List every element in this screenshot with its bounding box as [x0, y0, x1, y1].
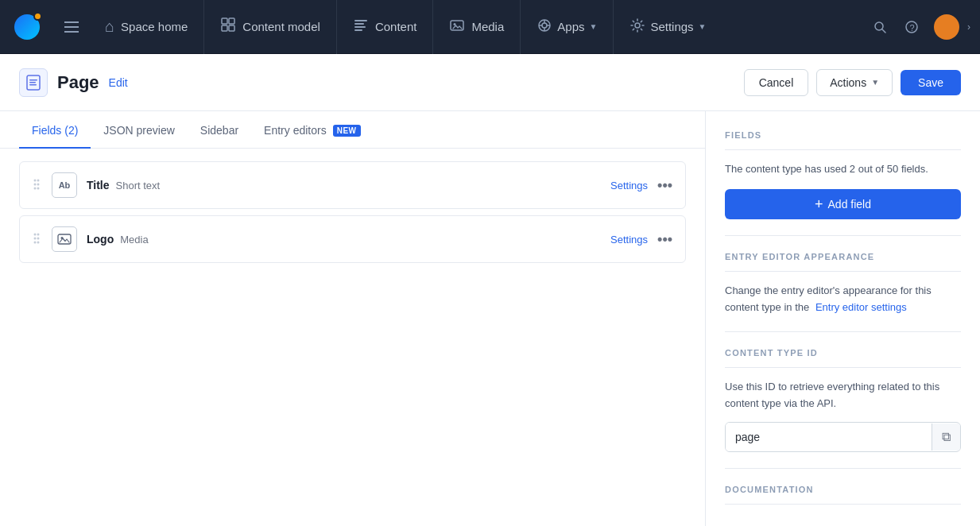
sidebar-divider-1: [725, 235, 961, 236]
fields-list: Ab Title Short text Settings ••• Logo Me…: [0, 149, 705, 282]
sidebar-content-type-id-section: CONTENT TYPE ID Use this ID to retrieve …: [725, 348, 961, 452]
svg-rect-0: [64, 21, 79, 23]
svg-point-19: [635, 23, 640, 28]
space-home-label: Space home: [121, 20, 188, 33]
svg-point-39: [37, 241, 40, 243]
svg-point-29: [37, 179, 40, 181]
nav-item-media[interactable]: Media: [433, 0, 521, 54]
page-type-icon: [19, 68, 48, 97]
field-name-logo: Logo: [87, 233, 114, 246]
svg-point-34: [34, 233, 37, 235]
svg-point-30: [34, 183, 37, 185]
fields-divider-top: [725, 149, 961, 150]
field-name-title: Title: [87, 179, 110, 191]
actions-button[interactable]: Actions ▼: [816, 69, 893, 96]
actions-label: Actions: [830, 76, 866, 89]
add-field-label: Add field: [828, 198, 871, 211]
entry-editor-description: Change the entry editor's appearance for…: [725, 283, 961, 316]
nav-item-space-home[interactable]: ⌂ Space home: [89, 0, 204, 54]
left-panel: Fields (2) JSON preview Sidebar Entry ed…: [0, 111, 706, 526]
field-settings-link-title[interactable]: Settings: [610, 180, 648, 191]
svg-text:?: ?: [910, 22, 915, 32]
sidebar-documentation-section: DOCUMENTATION: [725, 485, 961, 505]
media-label: Media: [471, 20, 504, 33]
nav-hamburger[interactable]: [54, 0, 89, 54]
tabs-bar: Fields (2) JSON preview Sidebar Entry ed…: [0, 111, 705, 149]
svg-point-38: [34, 241, 37, 243]
svg-point-28: [34, 179, 37, 181]
sidebar-fields-section: FIELDS The content type has used 2 out o…: [725, 130, 961, 219]
tab-json-preview[interactable]: JSON preview: [91, 111, 187, 149]
nav-item-apps[interactable]: Apps ▼: [521, 0, 614, 54]
edit-link[interactable]: Edit: [109, 76, 128, 89]
copy-button[interactable]: ⧉: [932, 424, 960, 451]
nav-item-settings[interactable]: Settings ▼: [614, 0, 722, 54]
fields-description: The content type has used 2 out of 50 fi…: [725, 161, 961, 178]
entry-editors-badge: NEW: [333, 125, 361, 137]
actions-chevron-icon: ▼: [871, 78, 879, 87]
field-row-title: Ab Title Short text Settings •••: [19, 161, 686, 209]
field-icon-logo: [52, 226, 77, 252]
svg-rect-8: [354, 23, 364, 25]
content-type-id-input[interactable]: [726, 423, 932, 451]
field-settings-link-logo[interactable]: Settings: [610, 234, 648, 246]
svg-point-31: [37, 183, 40, 185]
svg-rect-1: [64, 26, 79, 28]
save-button[interactable]: Save: [901, 70, 961, 95]
apps-icon: [536, 17, 552, 36]
nav-logo[interactable]: [0, 0, 54, 54]
tab-fields[interactable]: Fields (2): [19, 111, 91, 149]
nav-right: ? ›: [866, 13, 980, 41]
sub-header: Page Edit Cancel Actions ▼ Save: [0, 54, 980, 111]
tab-entry-editors[interactable]: Entry editors NEW: [251, 111, 373, 149]
help-button[interactable]: ?: [897, 13, 926, 41]
search-icon: [873, 20, 887, 34]
svg-rect-4: [229, 18, 234, 24]
tab-sidebar[interactable]: Sidebar: [188, 111, 251, 149]
documentation-divider: [725, 504, 961, 505]
add-field-plus-icon: +: [815, 197, 823, 211]
page-title: Page: [57, 72, 99, 93]
field-icon-title: Ab: [52, 172, 77, 198]
drag-handle-logo[interactable]: [33, 232, 41, 247]
settings-icon: [629, 17, 645, 36]
media-icon: [449, 17, 465, 36]
content-label: Content: [375, 20, 417, 33]
settings-chevron: ▼: [699, 22, 707, 31]
fields-section-title: FIELDS: [725, 130, 961, 140]
avatar[interactable]: [934, 14, 959, 40]
settings-label: Settings: [650, 20, 693, 33]
content-model-icon: [220, 17, 236, 37]
svg-point-12: [454, 23, 456, 25]
add-field-button[interactable]: + Add field: [725, 189, 961, 219]
field-more-title[interactable]: •••: [657, 177, 672, 194]
apps-chevron: ▼: [590, 22, 598, 31]
sidebar-divider-2: [725, 331, 961, 332]
content-type-id-description: Use this ID to retrieve everything relat…: [725, 379, 961, 412]
field-row-logo: Logo Media Settings •••: [19, 215, 686, 263]
field-type-logo: Media: [120, 234, 148, 246]
search-button[interactable]: [866, 13, 894, 41]
home-icon: ⌂: [105, 17, 114, 36]
entry-editor-divider: [725, 271, 961, 272]
top-nav: ⌂ Space home Content model Content Media…: [0, 0, 980, 54]
nav-item-content-model[interactable]: Content model: [204, 0, 337, 54]
field-actions-title: Settings •••: [610, 177, 672, 194]
svg-rect-6: [229, 25, 234, 31]
sub-header-actions: Cancel Actions ▼ Save: [744, 69, 961, 96]
svg-rect-27: [29, 84, 37, 86]
drag-handle-title[interactable]: [33, 178, 41, 193]
svg-point-36: [34, 237, 37, 239]
svg-rect-26: [29, 82, 36, 83]
logo-dot: [33, 12, 42, 21]
svg-point-35: [37, 233, 40, 235]
svg-rect-2: [64, 31, 79, 33]
main-content: Fields (2) JSON preview Sidebar Entry ed…: [0, 111, 980, 526]
nav-item-content[interactable]: Content: [337, 0, 434, 54]
copy-icon: ⧉: [942, 430, 951, 444]
svg-rect-25: [29, 79, 37, 81]
field-more-logo[interactable]: •••: [657, 231, 672, 248]
entry-editor-settings-link[interactable]: Entry editor settings: [815, 301, 907, 313]
svg-rect-9: [354, 26, 366, 28]
cancel-button[interactable]: Cancel: [744, 69, 809, 96]
